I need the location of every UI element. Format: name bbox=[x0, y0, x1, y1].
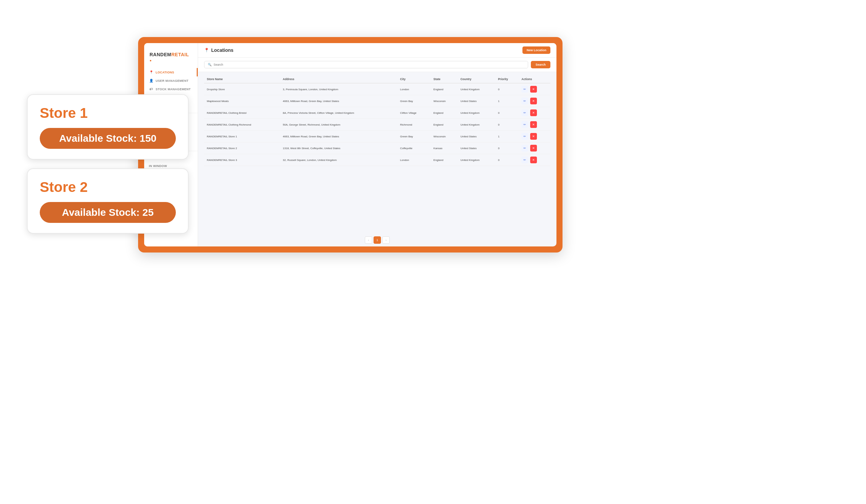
search-button[interactable]: Search bbox=[531, 61, 551, 68]
table-header-row: Store Name Address City State Country Pr… bbox=[204, 76, 551, 83]
table-row: RANDEMRETAIL Store 3 32, Russell Square,… bbox=[204, 154, 551, 166]
new-location-button[interactable]: New Location bbox=[522, 46, 551, 54]
cell-country: United Kingdom bbox=[458, 83, 495, 95]
cell-state: Kansas bbox=[431, 143, 458, 154]
cell-store-name: Maplewood Meats bbox=[204, 95, 280, 107]
sidebar-label-user-management: USER MANAGEMENT bbox=[156, 79, 189, 82]
cell-city: London bbox=[398, 154, 431, 166]
cell-state: England bbox=[431, 107, 458, 119]
cell-priority: 1 bbox=[495, 131, 519, 143]
cell-address: 32, Russell Square, London, United Kingd… bbox=[280, 154, 398, 166]
edit-button-row-3[interactable]: ✏ bbox=[521, 121, 528, 128]
logo-retail: RETAIL bbox=[171, 52, 189, 57]
edit-button-row-4[interactable]: ✏ bbox=[521, 133, 528, 140]
cell-actions: ✏ ✕ bbox=[519, 83, 551, 95]
page-title-icon: 📍 bbox=[204, 48, 209, 53]
pagination-page-1[interactable]: 1 bbox=[374, 236, 381, 244]
cell-priority: 0 bbox=[495, 107, 519, 119]
table-row: RANDEMRETAIL Store 1 4663, Milltown Road… bbox=[204, 131, 551, 143]
delete-button-row-1[interactable]: ✕ bbox=[530, 98, 537, 104]
search-bar-area: 🔍 Search bbox=[198, 58, 556, 72]
edit-button-row-5[interactable]: ✏ bbox=[521, 145, 528, 152]
locations-icon: 📍 bbox=[149, 70, 154, 74]
cell-state: Wisconsin bbox=[431, 131, 458, 143]
cell-priority: 0 bbox=[495, 143, 519, 154]
cell-address: 8A, Princess Victoria Street, Clifton Vi… bbox=[280, 107, 398, 119]
sidebar-logo: RANDEMRETAIL ● bbox=[144, 49, 198, 68]
store-1-stock-badge: Available Stock: 150 bbox=[40, 128, 176, 149]
cell-actions: ✏ ✕ bbox=[519, 119, 551, 131]
cell-actions: ✏ ✕ bbox=[519, 95, 551, 107]
sidebar-item-locations[interactable]: 📍 LOCATIONS bbox=[144, 68, 198, 76]
sidebar-item-user-management[interactable]: 👤 USER MANAGEMENT bbox=[144, 76, 198, 85]
table-body: Dropship Store 3, Peninsula Square, Lond… bbox=[204, 83, 551, 166]
sidebar-label-in-window: IN WINDOW bbox=[149, 164, 167, 168]
edit-button-row-6[interactable]: ✏ bbox=[521, 157, 528, 163]
cell-priority: 0 bbox=[495, 83, 519, 95]
locations-table: Store Name Address City State Country Pr… bbox=[204, 76, 551, 166]
cell-state: England bbox=[431, 154, 458, 166]
cell-state: England bbox=[431, 83, 458, 95]
col-store-name: Store Name bbox=[204, 76, 280, 83]
scene: Store 1 Available Stock: 150 Store 2 Ava… bbox=[0, 0, 866, 504]
browser-window: RANDEMRETAIL ● 📍 LOCATIONS 👤 USER MANAGE… bbox=[138, 37, 563, 253]
cell-country: United States bbox=[458, 131, 495, 143]
cell-store-name: Dropship Store bbox=[204, 83, 280, 95]
table-row: Maplewood Meats 4663, Milltown Road, Gre… bbox=[204, 95, 551, 107]
cell-store-name: RANDEMRETAIL Store 2 bbox=[204, 143, 280, 154]
col-state: State bbox=[431, 76, 458, 83]
cell-store-name: RANDEMRETAIL Store 3 bbox=[204, 154, 280, 166]
cell-store-name: RANDEMRETAIL Store 1 bbox=[204, 131, 280, 143]
cell-country: United Kingdom bbox=[458, 119, 495, 131]
table-header: Store Name Address City State Country Pr… bbox=[204, 76, 551, 83]
cell-city: Green Bay bbox=[398, 131, 431, 143]
edit-button-row-2[interactable]: ✏ bbox=[521, 109, 528, 116]
cell-address: 4663, Milltown Road, Green Bay, United S… bbox=[280, 131, 398, 143]
table-row: RANDEMRETAIL Clothing Bristol 8A, Prince… bbox=[204, 107, 551, 119]
pagination: ‹ 1 › bbox=[198, 234, 556, 246]
store-card-2: Store 2 Available Stock: 25 bbox=[27, 168, 189, 234]
cell-actions: ✏ ✕ bbox=[519, 154, 551, 166]
page-title-text: Locations bbox=[211, 47, 233, 53]
cell-country: United Kingdom bbox=[458, 107, 495, 119]
table-row: Dropship Store 3, Peninsula Square, Lond… bbox=[204, 83, 551, 95]
cell-state: Wisconsin bbox=[431, 95, 458, 107]
col-address: Address bbox=[280, 76, 398, 83]
col-actions: Actions bbox=[519, 76, 551, 83]
store-2-stock-badge: Available Stock: 25 bbox=[40, 202, 176, 223]
col-city: City bbox=[398, 76, 431, 83]
delete-button-row-3[interactable]: ✕ bbox=[530, 121, 537, 128]
cell-city: Clifton Village bbox=[398, 107, 431, 119]
user-management-icon: 👤 bbox=[149, 79, 154, 82]
delete-button-row-6[interactable]: ✕ bbox=[530, 157, 537, 163]
cell-state: England bbox=[431, 119, 458, 131]
cell-city: Coffeyville bbox=[398, 143, 431, 154]
search-input[interactable] bbox=[213, 63, 524, 66]
edit-button-row-1[interactable]: ✏ bbox=[521, 98, 528, 104]
cell-store-name: RANDEMRETAIL Clothing Bristol bbox=[204, 107, 280, 119]
delete-button-row-5[interactable]: ✕ bbox=[530, 145, 537, 152]
page-title: 📍 Locations bbox=[204, 47, 233, 53]
main-header: 📍 Locations New Location bbox=[198, 43, 556, 58]
table-container: Store Name Address City State Country Pr… bbox=[198, 72, 556, 234]
pagination-prev[interactable]: ‹ bbox=[365, 236, 372, 244]
store-card-1: Store 1 Available Stock: 150 bbox=[27, 94, 189, 160]
delete-button-row-2[interactable]: ✕ bbox=[530, 109, 537, 116]
cell-address: 1318, West 8th Street, Coffeyville, Unit… bbox=[280, 143, 398, 154]
sidebar-item-stock-management[interactable]: 🏷 STOCK MANAGEMENT bbox=[144, 85, 198, 93]
table-row: RANDEMRETAIL Clothing Richmond 50A, Geor… bbox=[204, 119, 551, 131]
cell-country: United States bbox=[458, 143, 495, 154]
sidebar-label-locations: LOCATIONS bbox=[156, 71, 174, 74]
cell-address: 4663, Milltown Road, Green Bay, United S… bbox=[280, 95, 398, 107]
store-1-title: Store 1 bbox=[40, 105, 176, 121]
delete-button-row-4[interactable]: ✕ bbox=[530, 133, 537, 140]
stock-management-icon: 🏷 bbox=[149, 87, 154, 91]
cell-priority: 0 bbox=[495, 154, 519, 166]
cell-country: United Kingdom bbox=[458, 154, 495, 166]
edit-button-row-0[interactable]: ✏ bbox=[521, 86, 528, 92]
logo-randem: RANDEM bbox=[149, 52, 171, 57]
delete-button-row-0[interactable]: ✕ bbox=[530, 86, 537, 92]
cell-country: United States bbox=[458, 95, 495, 107]
cell-priority: 0 bbox=[495, 119, 519, 131]
pagination-next[interactable]: › bbox=[382, 236, 390, 244]
